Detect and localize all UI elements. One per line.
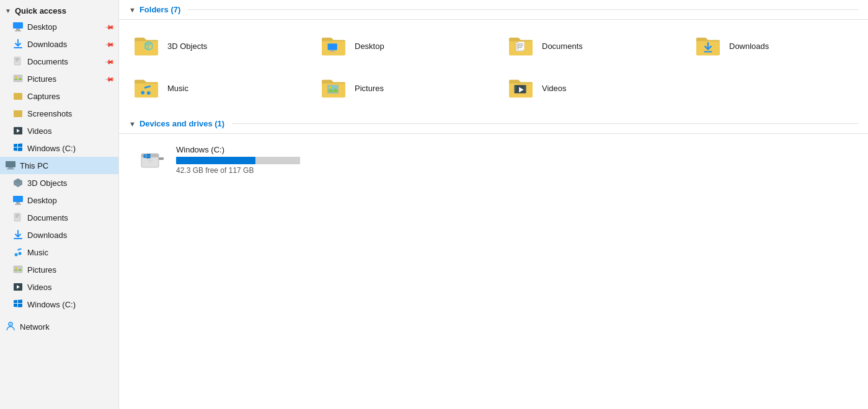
sidebar-label: Videos [27,283,52,292]
network-icon [5,321,16,332]
sidebar-item-3d[interactable]: 3D Objects [0,174,118,191]
downloads-icon [12,38,24,50]
svg-rect-1 [16,29,20,30]
sidebar-item-desktop-pc[interactable]: Desktop [0,191,118,209]
folder-icon-pictures [319,73,348,103]
folder-item-documents[interactable]: Documents [496,26,678,66]
desktop-icon [12,21,24,32]
sidebar-label: Windows (C:) [27,300,76,309]
devices-section-line [232,123,858,124]
svg-rect-3 [14,47,22,48]
sidebar-item-pictures-pc[interactable]: Pictures [0,261,118,278]
sidebar-label: Downloads [27,231,67,240]
sidebar-item-this-pc[interactable]: This PC [0,157,118,174]
svg-point-48 [329,86,332,89]
sidebar-label: 3D Objects [27,178,67,188]
folder-label-documents: Documents [542,42,583,51]
folders-section-label: Folders (7) [140,5,180,14]
svg-rect-0 [13,22,23,29]
sidebar-label: Videos [27,126,52,136]
network-label: Network [20,322,50,332]
svg-point-9 [16,76,17,78]
sidebar-item-desktop-qa[interactable]: Desktop 📌 [0,18,118,35]
svg-rect-58 [159,157,164,160]
svg-rect-17 [16,202,20,204]
folder-label-3d: 3D Objects [167,42,207,51]
sidebar-item-videos-pc[interactable]: Videos [0,278,118,296]
folder-icon-music [131,73,161,103]
drive-bar-bg [176,157,300,164]
sidebar-item-music-pc[interactable]: Music [0,244,118,261]
music-icon [12,247,24,258]
quick-access-header[interactable]: ▼ Quick access [0,2,118,18]
screenshots-icon [12,108,24,119]
folder-item-videos[interactable]: Videos [496,68,678,108]
svg-rect-55 [525,90,526,91]
folder-label-videos: Videos [542,84,567,93]
sidebar-label: Documents [27,57,68,66]
folders-section-header[interactable]: ▼ Folders (7) [119,0,868,20]
sidebar-label: Music [27,248,48,257]
main-content: ▼ Folders (7) 3D Objects [119,0,868,409]
sidebar-item-downloads-pc[interactable]: Downloads [0,226,118,244]
sidebar-item-videos-qa[interactable]: Videos [0,122,118,139]
sidebar-label: Captures [27,92,60,101]
svg-rect-54 [525,87,526,89]
folder-icon-3d [131,31,161,61]
folder-item-3d[interactable]: 3D Objects [122,26,304,66]
svg-rect-18 [15,204,21,205]
drive-bar-fill [176,157,255,164]
pin-icon: 📌 [105,39,115,49]
svg-point-27 [16,267,17,269]
svg-rect-42 [518,43,523,44]
svg-rect-44 [518,47,522,48]
device-item-windows[interactable]: Windows (C:) 42.3 GB free of 117 GB [129,139,327,181]
devices-section-label: Devices and drives (1) [140,119,224,128]
folder-label-pictures: Pictures [355,84,384,93]
captures-icon [12,90,24,102]
pictures-pc-icon [12,264,24,275]
svg-point-24 [15,253,18,257]
folder-icon-downloads [693,31,723,61]
sidebar-label: Pictures [27,74,56,84]
pin-icon: 📌 [105,74,115,84]
sidebar-item-windows-qa[interactable]: Windows (C:) [0,139,118,157]
sidebar-label: Documents [27,213,68,222]
folder-label-music: Music [167,84,188,93]
windows-icon [12,143,24,154]
devices-chevron: ▼ [129,120,136,128]
pin-icon: 📌 [105,22,115,32]
sidebar-item-windows-pc[interactable]: Windows (C:) [0,296,118,313]
folder-item-desktop[interactable]: Desktop [309,26,491,66]
sidebar-item-documents-qa[interactable]: Documents 📌 [0,53,118,70]
sidebar-item-screenshots-qa[interactable]: Screenshots [0,105,118,122]
sidebar-item-captures-qa[interactable]: Captures [0,87,118,105]
videos-pc-icon [12,281,24,292]
svg-point-25 [19,252,22,255]
this-pc-icon [5,160,16,171]
device-icon-windows [136,144,169,176]
documents-icon [12,56,24,67]
folder-item-downloads[interactable]: Downloads [683,26,866,66]
quick-access-label: Quick access [15,6,66,15]
videos-icon [12,125,24,136]
folder-item-music[interactable]: Music [122,68,304,108]
sidebar-item-network[interactable]: Network [0,318,118,335]
sidebar-item-downloads-qa[interactable]: Downloads 📌 [0,35,118,53]
folders-grid: 3D Objects Desktop [119,20,868,114]
folder-icon-documents [506,31,536,61]
folder-icon-videos [506,73,536,103]
svg-rect-22 [16,217,18,218]
folder-label-downloads: Downloads [729,42,769,51]
sidebar-item-pictures-qa[interactable]: Pictures 📌 [0,70,118,87]
folder-item-pictures[interactable]: Pictures [309,68,491,108]
svg-rect-12 [8,167,13,169]
folder-icon-desktop [319,31,348,61]
svg-rect-23 [14,238,22,239]
svg-rect-2 [15,30,21,32]
svg-rect-11 [6,161,16,167]
sidebar-item-documents-pc[interactable]: Documents [0,209,118,226]
svg-rect-36 [329,51,335,52]
svg-rect-13 [7,169,14,170]
devices-section-header[interactable]: ▼ Devices and drives (1) [119,114,868,134]
